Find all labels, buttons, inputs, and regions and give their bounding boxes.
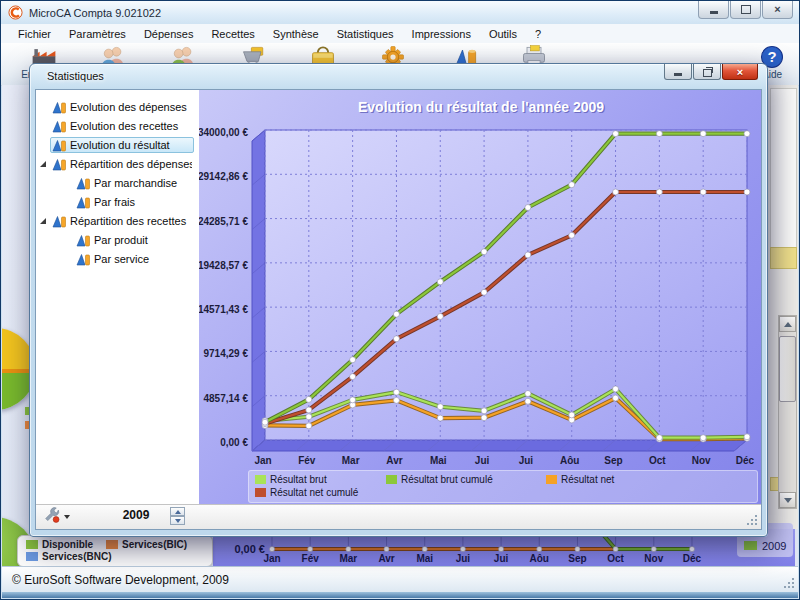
bg-legend-services-bic: Services(BIC)	[106, 539, 187, 550]
chart-icon	[52, 157, 67, 171]
legend-label: Résultat brut cumulé	[401, 474, 493, 485]
arrow-up-icon	[784, 322, 792, 327]
scroll-down-button[interactable]	[779, 492, 796, 508]
status-text: © EuroSoft Software Development, 2009	[12, 573, 229, 587]
tree-item-repartition-des-depenses[interactable]: Répartition des dépenses	[36, 154, 199, 173]
tree-item-par-frais[interactable]: Par frais	[36, 192, 199, 211]
menu-item-impressions[interactable]: Impressions	[403, 26, 480, 42]
bg-legend-services-bnc: Services(BNC)	[26, 551, 111, 562]
status-bar: © EuroSoft Software Development, 2009	[2, 566, 798, 592]
menu-item-synthese[interactable]: Synthèse	[264, 26, 328, 42]
svg-text:Jui: Jui	[456, 553, 471, 564]
menu-item-outils[interactable]: Outils	[480, 26, 526, 42]
legend-label: Services(BIC)	[122, 539, 187, 550]
vertical-scrollbar[interactable]	[778, 315, 797, 509]
list-area	[770, 88, 797, 250]
tree-item-label: Evolution des dépenses	[67, 100, 190, 114]
expander-icon[interactable]	[36, 161, 50, 167]
svg-text:Mai: Mai	[416, 553, 433, 564]
scrollbar-thumb[interactable]	[779, 336, 796, 402]
tree-item-label: Evolution du résultat	[67, 138, 173, 152]
tree-item-label: Répartition des recettes	[67, 214, 189, 228]
dialog-client-area: Evolution des dépensesEvolution des rece…	[35, 89, 762, 530]
maximize-icon	[741, 5, 751, 14]
chart-icon	[76, 233, 91, 247]
svg-text:Nov: Nov	[692, 455, 711, 466]
tree-item-label: Par produit	[91, 233, 151, 247]
tree-item-evolution-des-depenses[interactable]: Evolution des dépenses	[36, 97, 199, 116]
legend-swatch	[386, 475, 397, 484]
svg-text:Jan: Jan	[263, 553, 280, 564]
app-icon	[8, 5, 23, 20]
tools-dropdown-button[interactable]	[44, 507, 70, 526]
tree-item-par-service[interactable]: Par service	[36, 249, 199, 268]
tree-item-evolution-des-recettes[interactable]: Evolution des recettes	[36, 116, 199, 135]
svg-text:Mar: Mar	[339, 553, 357, 564]
svg-text:19428,57 €: 19428,57 €	[199, 260, 248, 271]
tree-item-repartition-des-recettes[interactable]: Répartition des recettes	[36, 211, 199, 230]
menu-item-item[interactable]: ?	[526, 26, 550, 42]
legend-item-resultat-brut: Résultat brut	[255, 474, 327, 485]
svg-text:Aôu: Aôu	[560, 455, 579, 466]
arrow-down-icon	[784, 498, 792, 503]
restore-icon	[703, 69, 712, 77]
chart-icon	[76, 176, 91, 190]
chart-icon	[76, 252, 91, 266]
statistics-dialog: Statistiques × Evolution des dépensesEvo…	[29, 63, 768, 537]
year-up-button[interactable]	[170, 507, 185, 516]
minimize-button[interactable]	[698, 1, 729, 19]
legend-label: Résultat brut	[270, 474, 327, 485]
legend-swatch	[744, 541, 757, 550]
menu-item-statistiques[interactable]: Statistiques	[328, 26, 403, 42]
menu-item-recettes[interactable]: Recettes	[202, 26, 263, 42]
legend-label: Résultat net	[561, 474, 614, 485]
svg-text:Evolution du résultat de l'ann: Evolution du résultat de l'année 2009	[358, 99, 604, 115]
year-field[interactable]: 2009	[108, 508, 164, 522]
dialog-restore-button[interactable]	[693, 64, 721, 80]
menu-item-parametres[interactable]: Paramètres	[60, 26, 135, 42]
close-icon: ×	[737, 66, 743, 78]
menu-bar: FichierParamètresDépensesRecettesSynthès…	[1, 24, 799, 43]
close-icon: ×	[774, 4, 780, 15]
dialog-resize-grip[interactable]	[746, 514, 757, 525]
dialog-minimize-button[interactable]	[664, 64, 692, 80]
legend-label: Résultat net cumulé	[270, 487, 358, 498]
highlighted-cell	[770, 247, 797, 269]
svg-text:4857,14 €: 4857,14 €	[204, 393, 249, 404]
side-list-panel	[767, 85, 798, 529]
legend-item-resultat-net-cumule: Résultat net cumulé	[255, 487, 358, 498]
tree-item-label: Répartition des dépenses	[67, 157, 192, 171]
svg-text:34000,00 €: 34000,00 €	[199, 127, 248, 138]
svg-text:Oct: Oct	[649, 455, 666, 466]
svg-text:0,00 €: 0,00 €	[234, 543, 265, 555]
window-title: MicroCA Compta 9.021022	[29, 7, 161, 19]
svg-text:29142,86 €: 29142,86 €	[199, 171, 248, 182]
menu-item-depenses[interactable]: Dépenses	[135, 26, 203, 42]
svg-text:Avr: Avr	[378, 553, 394, 564]
menu-item-fichier[interactable]: Fichier	[9, 26, 60, 42]
tree-item-evolution-du-resultat[interactable]: Evolution du résultat	[36, 135, 199, 154]
legend-item-resultat-brut-cumule: Résultat brut cumulé	[386, 474, 493, 485]
year-down-button[interactable]	[170, 516, 185, 525]
svg-text:Jui: Jui	[519, 455, 534, 466]
arrow-down-icon	[175, 519, 181, 523]
dialog-close-button[interactable]: ×	[722, 64, 758, 80]
arrow-up-icon	[175, 510, 181, 514]
svg-text:Déc: Déc	[736, 455, 755, 466]
tree-item-label: Par marchandise	[91, 176, 180, 190]
close-button[interactable]: ×	[762, 1, 793, 19]
main-window: MicroCA Compta 9.021022 × FichierParamèt…	[0, 0, 800, 600]
svg-text:Fév: Fév	[302, 553, 320, 564]
dialog-titlebar[interactable]: Statistiques	[30, 64, 767, 88]
svg-text:24285,71 €: 24285,71 €	[199, 216, 248, 227]
maximize-button[interactable]	[730, 1, 761, 19]
legend-label: Services(BNC)	[42, 551, 111, 562]
scroll-up-button[interactable]	[779, 316, 796, 332]
expander-icon[interactable]	[36, 218, 50, 224]
svg-text:Jan: Jan	[254, 455, 271, 466]
tree-item-par-produit[interactable]: Par produit	[36, 230, 199, 249]
svg-text:Jui: Jui	[475, 455, 490, 466]
legend-label: Disponible	[42, 539, 93, 550]
resize-grip[interactable]	[783, 577, 794, 588]
tree-item-par-marchandise[interactable]: Par marchandise	[36, 173, 199, 192]
